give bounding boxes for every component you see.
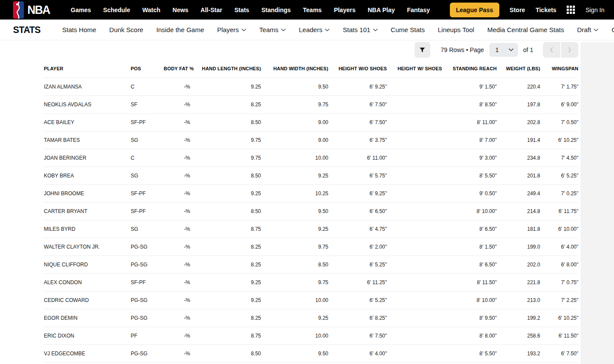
player-name-cell[interactable]: CARTER BRYANT (44, 202, 131, 220)
stat-cell: 199.2 (497, 309, 540, 327)
player-name-cell[interactable]: TAMAR BATES (44, 131, 131, 149)
table-row[interactable]: CEDRIC COWARDPG-SG-%9.2510.006' 5.25"8' … (44, 291, 578, 309)
player-name-cell[interactable]: MILES BYRD (44, 220, 131, 238)
stats-nav-item-dunk-score[interactable]: Dunk Score (109, 26, 143, 33)
table-row[interactable]: JOHNI BROOMESF-PF-%9.2510.256' 9.25"9' 0… (44, 184, 578, 202)
stats-nav-item-leaders[interactable]: Leaders (299, 26, 330, 33)
stats-nav-item-teams[interactable]: Teams (259, 26, 286, 33)
table-row[interactable]: ALEX CONDONSF-PF-%9.259.756' 11.25"8' 11… (44, 273, 578, 291)
stat-cell (387, 78, 442, 95)
nav-item-news[interactable]: News (172, 7, 188, 13)
table-row[interactable]: KOBY BREASG-%8.509.256' 5.75"8' 5.50"201… (44, 167, 578, 184)
column-header-hand-length-inches[interactable]: HAND LENGTH (INCHES) (190, 59, 261, 78)
stat-cell: 8' 7.00" (442, 131, 497, 149)
stat-cell: 6' 10.00" (540, 220, 578, 238)
stat-cell: 8.75 (190, 327, 261, 344)
column-header-standing-reach[interactable]: STANDING REACH (442, 59, 497, 78)
tickets-link[interactable]: Tickets (535, 7, 556, 13)
nav-item-stats[interactable]: Stats (234, 7, 249, 13)
stat-cell: 8' 11.00" (442, 113, 497, 131)
player-name-cell[interactable]: IZAN ALMANSA (44, 78, 131, 95)
stat-cell: 10.00 (261, 149, 328, 167)
table-row[interactable]: VJ EDGECOMBEPG-SG-%8.509.506' 4.00"8' 5.… (44, 344, 578, 362)
player-name-cell[interactable]: ACE BAILEY (44, 113, 131, 131)
stats-nav-item-lineups-tool[interactable]: Lineups Tool (438, 26, 474, 33)
stat-cell (387, 273, 442, 291)
table-row[interactable]: NEOKLIS AVDALASSF-%8.259.756' 7.50"8' 8.… (44, 95, 578, 113)
chevron-down-icon (325, 29, 330, 32)
league-pass-button[interactable]: League Pass (450, 3, 499, 17)
nav-item-nba-play[interactable]: NBA Play (368, 7, 395, 13)
stat-cell: 9.50 (261, 78, 328, 95)
stat-cell: 9' 3.00" (442, 149, 497, 167)
player-name-cell[interactable]: ALEX CONDON (44, 273, 131, 291)
table-row[interactable]: JOAN BERINGERC-%9.7510.006' 11.00"9' 3.0… (44, 149, 578, 167)
column-header-body-fat[interactable]: BODY FAT % (164, 59, 190, 78)
stats-nav-item-inside-the-game[interactable]: Inside the Game (156, 26, 204, 33)
table-row[interactable]: ACE BAILEYSF-PF-%8.509.006' 7.50"8' 11.0… (44, 113, 578, 131)
stats-nav-item-label: Lineups Tool (438, 26, 474, 33)
stat-cell: 7' 1.75" (540, 78, 578, 95)
table-row[interactable]: TAMAR BATESSG-%9.759.006' 3.75"8' 7.00"1… (44, 131, 578, 149)
table-row[interactable]: MILES BYRDSG-%8.759.256' 4.75"8' 6.50"18… (44, 220, 578, 238)
player-name-cell[interactable]: VJ EDGECOMBE (44, 344, 131, 362)
stat-cell: 9.50 (261, 344, 328, 362)
stats-nav-item-players[interactable]: Players (217, 26, 246, 33)
nba-logo[interactable]: NBA (13, 1, 50, 19)
draft-combine-anthro-table: PLAYERPOSBODY FAT %HAND LENGTH (INCHES)H… (44, 59, 578, 363)
stat-cell: 10.00 (261, 327, 328, 344)
stat-cell: -% (164, 184, 190, 202)
player-name-cell[interactable]: NIQUE CLIFFORD (44, 256, 131, 273)
filter-funnel-icon (419, 47, 426, 53)
column-header-height-w-shoes[interactable]: HEIGHT W/ SHOES (387, 59, 442, 78)
table-row[interactable]: ERIC DIXONPF-%8.7510.006' 7.50"8' 8.00"2… (44, 327, 578, 344)
nav-item-games[interactable]: Games (71, 7, 91, 13)
page-select[interactable]: 1 (489, 43, 518, 57)
prev-page-button[interactable] (543, 42, 560, 58)
stat-cell: 9' 0.50" (442, 184, 497, 202)
player-name-cell[interactable]: EGOR DEMIN (44, 309, 131, 327)
stats-nav-item-label: Cume Stats (391, 26, 425, 33)
stat-cell: 8' 6.50" (442, 256, 497, 273)
player-name-cell[interactable]: KOBY BREA (44, 167, 131, 184)
stats-nav-item-draft[interactable]: Draft (577, 26, 599, 33)
column-header-player[interactable]: PLAYER (44, 59, 131, 78)
filter-button[interactable] (415, 42, 430, 58)
player-name-cell[interactable]: ERIC DIXON (44, 327, 131, 344)
player-name-cell[interactable]: JOAN BERINGER (44, 149, 131, 167)
player-name-cell[interactable]: NEOKLIS AVDALAS (44, 95, 131, 113)
player-name-cell[interactable]: JOHNI BROOME (44, 184, 131, 202)
column-header-height-w-o-shoes[interactable]: HEIGHT W/O SHOES (328, 59, 387, 78)
nav-item-players[interactable]: Players (334, 7, 356, 13)
nav-item-teams[interactable]: Teams (303, 7, 322, 13)
stats-nav-item-stats-101[interactable]: Stats 101 (343, 26, 377, 33)
player-name-cell[interactable]: CEDRIC COWARD (44, 291, 131, 309)
column-header-hand-width-inches[interactable]: HAND WIDTH (INCHES) (261, 59, 328, 78)
nav-item-fantasy[interactable]: Fantasy (407, 7, 430, 13)
next-page-button[interactable] (561, 42, 578, 58)
stats-logo[interactable]: STATS (13, 24, 40, 35)
nav-item-all-star[interactable]: All-Star (201, 7, 222, 13)
nav-item-watch[interactable]: Watch (142, 7, 160, 13)
table-row[interactable]: NIQUE CLIFFORDPG-SG-%8.258.506' 5.25"8' … (44, 256, 578, 273)
stat-cell: 220.4 (497, 78, 540, 95)
stats-nav-item-cume-stats[interactable]: Cume Stats (391, 26, 425, 33)
apps-grid-icon[interactable] (567, 6, 575, 14)
column-header-wingspan[interactable]: WINGSPAN (540, 59, 578, 78)
stats-nav-item-quick-links[interactable]: Quick Links (611, 26, 614, 33)
stats-nav-item-stats-home[interactable]: Stats Home (62, 26, 96, 33)
store-link[interactable]: Store (510, 7, 525, 13)
table-row[interactable]: CARTER BRYANTSF-PF-%8.509.506' 6.50"8' 1… (44, 202, 578, 220)
table-row[interactable]: IZAN ALMANSAC-%9.259.506' 9.25"9' 1.50"2… (44, 78, 578, 95)
nav-item-standings[interactable]: Standings (261, 7, 291, 13)
stats-nav-item-media-central-game-stats[interactable]: Media Central Game Stats (487, 26, 564, 33)
stat-cell: PG-SG (131, 238, 164, 256)
column-header-pos[interactable]: POS (131, 59, 164, 78)
table-row[interactable]: WALTER CLAYTON JR.PG-SG-%8.259.756' 2.00… (44, 238, 578, 256)
table-row[interactable]: EGOR DEMINPG-SG-%8.259.256' 8.25"8' 9.50… (44, 309, 578, 327)
nav-item-schedule[interactable]: Schedule (103, 7, 130, 13)
sign-in-link[interactable]: Sign In (585, 7, 604, 13)
column-header-weight-lbs[interactable]: WEIGHT (LBS) (497, 59, 540, 78)
stat-cell: 9.75 (261, 95, 328, 113)
player-name-cell[interactable]: WALTER CLAYTON JR. (44, 238, 131, 256)
